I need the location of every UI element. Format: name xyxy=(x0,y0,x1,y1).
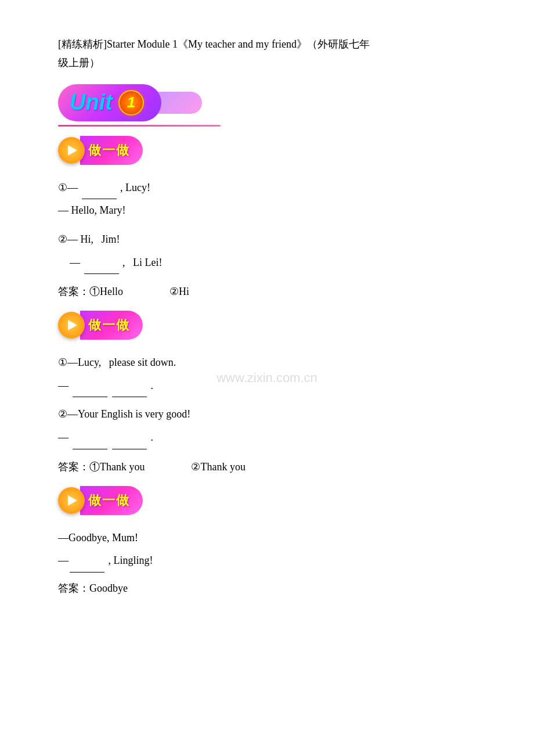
unit-pill: Unit 1 xyxy=(58,84,161,121)
answer-row-3: 答案：Goodbye xyxy=(58,577,476,600)
question-1-line2: — Hello, Mary! xyxy=(58,199,476,222)
question-5-line1: —Goodbye, Mum! xyxy=(58,527,476,550)
blank-3a xyxy=(73,397,107,397)
page-title: [精练精析]Starter Module 1《My teacher and my… xyxy=(58,35,476,73)
do-it-button-2[interactable]: 做一做 xyxy=(58,311,143,340)
play-icon-3 xyxy=(58,487,85,514)
answer-row-1: 答案：①Hello ②Hi xyxy=(58,279,476,305)
blank-4b xyxy=(112,449,147,449)
question-2-line1: ②— Hi, Jim! xyxy=(58,228,476,251)
answer-label-1: 答案：①Hello xyxy=(58,279,123,305)
play-icon-2 xyxy=(58,312,85,339)
blank-3b xyxy=(112,397,147,397)
question-1-line1: ①— , Lucy! xyxy=(58,177,476,200)
do-it-button-3[interactable]: 做一做 xyxy=(58,486,143,515)
play-icon-1 xyxy=(58,137,85,164)
question-3-line1: ①—Lucy, please sit down. xyxy=(58,351,476,375)
question-4-line1: ②—Your English is very good! xyxy=(58,403,476,426)
section-3-questions: —Goodbye, Mum! — , Lingling! xyxy=(58,527,476,573)
unit-underline xyxy=(58,125,221,127)
answer-row-2: 答案：①Thank you ②Thank you xyxy=(58,454,476,480)
question-4-line2: — . xyxy=(58,426,476,449)
unit-text: Unit xyxy=(70,90,113,115)
section-1-questions: ①— , Lucy! — Hello, Mary! ②— Hi, Jim! — … xyxy=(58,177,476,274)
section-2-questions: ①—Lucy, please sit down. — . ②—Your Engl… xyxy=(58,351,476,449)
do-it-label-3: 做一做 xyxy=(80,486,143,515)
unit-number: 1 xyxy=(118,90,144,116)
do-it-label-2: 做一做 xyxy=(80,311,143,340)
do-it-button-1[interactable]: 做一做 xyxy=(58,136,143,165)
question-3-line2: — . xyxy=(58,375,476,398)
blank-2 xyxy=(84,273,119,274)
answer-1-val: ②Hi xyxy=(169,279,189,305)
blank-5 xyxy=(70,572,104,573)
answer-2-val: ②Thank you xyxy=(191,454,245,480)
page-wrapper: www.zixin.com.cn [精练精析]Starter Module 1《… xyxy=(58,35,476,600)
unit-tail xyxy=(156,92,202,114)
answer-label-2: 答案：①Thank you xyxy=(58,454,145,480)
question-2-line2: — , Li Lei! xyxy=(58,251,476,275)
question-5-line2: — , Lingling! xyxy=(58,549,476,573)
blank-4a xyxy=(73,449,107,449)
do-it-label-1: 做一做 xyxy=(80,136,143,165)
unit-banner: Unit 1 xyxy=(58,84,476,121)
